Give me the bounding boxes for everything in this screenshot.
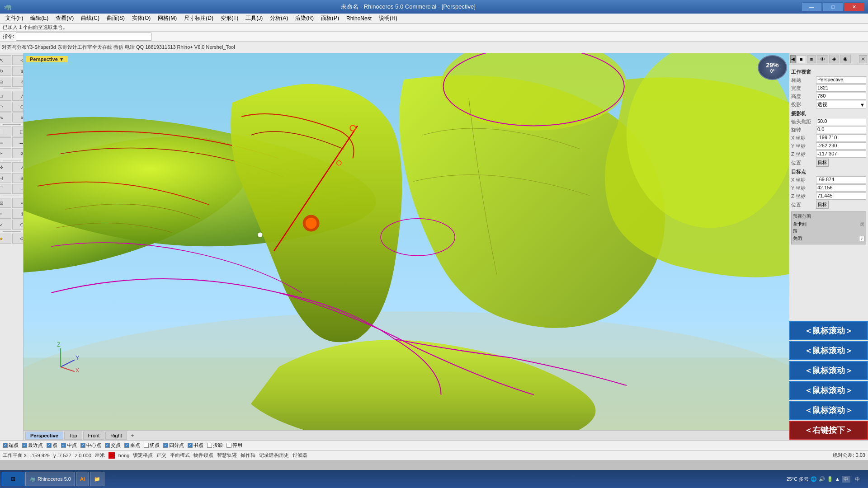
snap-quad-checkbox[interactable]: ✓: [163, 443, 168, 448]
snap-mid-checkbox[interactable]: ✓: [61, 443, 66, 448]
layer-tool[interactable]: ≡: [0, 209, 11, 219]
tab-right[interactable]: Right: [105, 432, 127, 440]
taskbar-rhino[interactable]: 🦏 Rhinoceros 5.0: [25, 472, 75, 486]
menu-transform[interactable]: 变形(T): [217, 14, 242, 23]
panel-nav-left[interactable]: ◀: [790, 55, 796, 63]
history-tool[interactable]: ⏱: [12, 220, 24, 230]
status-ortho[interactable]: 正交: [156, 452, 166, 459]
status-history[interactable]: 记录建构历史: [259, 452, 289, 459]
snap-project-checkbox[interactable]: [207, 443, 212, 448]
blend-tool[interactable]: ⌣: [12, 184, 24, 194]
snap-disable-checkbox[interactable]: [226, 443, 231, 448]
prop-value-projection[interactable]: 透视 ▼: [816, 101, 866, 108]
menu-file[interactable]: 文件(F): [2, 14, 27, 23]
extrude-tool[interactable]: ▭: [0, 137, 11, 147]
status-planar[interactable]: 平面模式: [170, 452, 190, 459]
block-tool[interactable]: ▪: [12, 198, 24, 208]
loft-tool[interactable]: ▬: [12, 137, 24, 147]
menu-analysis[interactable]: 分析(A): [266, 14, 292, 23]
poly-tool[interactable]: ⬡: [12, 102, 24, 112]
check-tool[interactable]: ✓: [0, 220, 11, 230]
menu-panel[interactable]: 面板(P): [317, 14, 343, 23]
cmd-input[interactable]: [16, 33, 151, 41]
status-gumball[interactable]: 操作轴: [241, 452, 255, 459]
snap-intersect-checkbox[interactable]: ✓: [105, 443, 110, 448]
prop-tool[interactable]: ℹ: [12, 209, 24, 219]
menu-edit[interactable]: 编辑(E): [27, 14, 52, 23]
menu-mesh[interactable]: 网格(M): [154, 14, 180, 23]
tab-perspective[interactable]: Perspective: [25, 432, 63, 440]
tray-ime[interactable]: 中: [842, 476, 850, 483]
scroll-btn-5[interactable]: ＜鼠标滚动＞: [789, 401, 868, 420]
view-tool[interactable]: ◎: [0, 77, 11, 87]
prop-btn-tpos[interactable]: 鼠标: [816, 201, 829, 209]
viewport[interactable]: Y X Z Perspective ▼ 29% 0°: [24, 53, 789, 430]
panel-tab-display[interactable]: 👁: [817, 55, 828, 63]
start-button[interactable]: ⊞: [2, 472, 24, 486]
spline-tool[interactable]: ≋: [12, 113, 24, 122]
minimize-button[interactable]: —: [802, 2, 822, 11]
menu-solid[interactable]: 实体(O): [128, 14, 154, 23]
menu-surface[interactable]: 曲面(S): [103, 14, 128, 23]
prop-btn-cpos[interactable]: 鼠标: [816, 159, 829, 167]
split-tool[interactable]: ⊠: [12, 148, 24, 158]
move-tool[interactable]: ✛: [0, 162, 11, 172]
right-click-btn[interactable]: ＜右键按下＞: [789, 421, 868, 440]
scroll-btn-3[interactable]: ＜鼠标滚动＞: [789, 361, 868, 380]
tray-up-arrow[interactable]: ▲: [835, 476, 840, 482]
status-smart[interactable]: 智慧轨迹: [217, 452, 237, 459]
arc-tool[interactable]: ◠: [0, 102, 11, 112]
group-tool[interactable]: ⊡: [0, 198, 11, 208]
panel-tab-properties[interactable]: ■: [797, 55, 806, 63]
scroll-btn-4[interactable]: ＜鼠标滚动＞: [789, 381, 868, 400]
taskbar-illustrator[interactable]: Ai: [76, 472, 89, 486]
snap-point-checkbox[interactable]: ✓: [47, 443, 52, 448]
surface-tool2[interactable]: ⬚: [12, 127, 24, 136]
snap-center-checkbox[interactable]: ✓: [80, 443, 85, 448]
scale-tool[interactable]: ⤢: [12, 162, 24, 172]
menu-help[interactable]: 说明(H): [375, 14, 401, 23]
color-tool[interactable]: ★: [0, 234, 11, 244]
line-tool[interactable]: ╱: [12, 91, 24, 101]
tab-top[interactable]: Top: [64, 432, 82, 440]
menu-tools[interactable]: 工具(J): [242, 14, 266, 23]
scroll-btn-2[interactable]: ＜鼠标滚动＞: [789, 341, 868, 360]
rotate-tool2[interactable]: ⊕: [12, 66, 24, 76]
trim-tool[interactable]: ✂: [0, 148, 11, 158]
taskbar-explorer[interactable]: 📁: [90, 472, 104, 486]
close-button[interactable]: ✕: [844, 2, 864, 11]
mirror-tool[interactable]: ⊣: [0, 173, 11, 183]
snap-endpoint-checkbox[interactable]: ✓: [3, 443, 8, 448]
panel-tab-render[interactable]: ◈: [829, 55, 839, 63]
panel-tab-select[interactable]: ◉: [840, 55, 851, 63]
maximize-button[interactable]: □: [823, 2, 843, 11]
snap-tan-checkbox[interactable]: [144, 443, 149, 448]
view-tool2[interactable]: ↺: [12, 77, 24, 87]
surface-tool[interactable]: ⬜: [0, 127, 11, 136]
misc-checkbox[interactable]: ✓: [859, 236, 864, 241]
menu-render[interactable]: 渲染(R): [292, 14, 317, 23]
menu-view[interactable]: 查看(V): [52, 14, 77, 23]
snap-near-checkbox[interactable]: ✓: [22, 443, 27, 448]
fillet-tool[interactable]: ⌒: [0, 184, 11, 194]
rotate-tool[interactable]: ↻: [0, 66, 11, 76]
select-tool2[interactable]: ⊹: [12, 55, 24, 65]
tray-network[interactable]: 🌐: [811, 476, 817, 482]
status-filter[interactable]: 过滤器: [292, 452, 307, 459]
extra-tool[interactable]: ⚙: [12, 234, 24, 244]
panel-tab-layers[interactable]: ≡: [807, 55, 816, 63]
status-snap-grid[interactable]: 锁定格点: [133, 452, 153, 459]
rect-tool[interactable]: □: [0, 91, 11, 101]
curve-tool[interactable]: ∿: [0, 113, 11, 122]
array-tool[interactable]: ⊞: [12, 173, 24, 183]
menu-dimension[interactable]: 尺寸标注(D): [180, 14, 217, 23]
snap-knot-checkbox[interactable]: ✓: [188, 443, 193, 448]
tab-add[interactable]: +: [128, 431, 137, 440]
tray-sound[interactable]: 🔊: [819, 476, 825, 482]
scroll-btn-1[interactable]: ＜鼠标滚动＞: [789, 321, 868, 340]
viewport-label[interactable]: Perspective ▼: [26, 56, 68, 62]
select-tool[interactable]: ↖: [0, 55, 11, 65]
status-osnap[interactable]: 物件锁点: [193, 452, 213, 459]
menu-rhinonest[interactable]: RhinoNest: [343, 14, 375, 23]
tab-front[interactable]: Front: [83, 432, 105, 440]
